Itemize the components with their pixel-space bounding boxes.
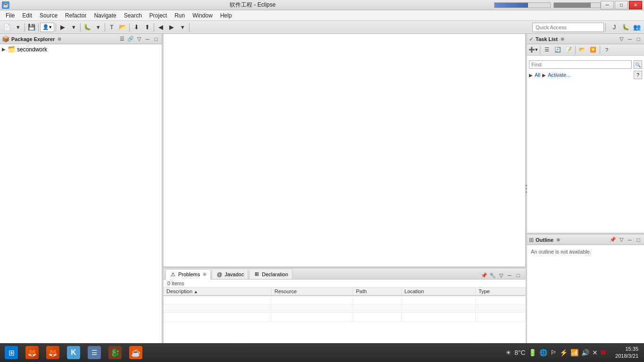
menu-navigate[interactable]: Navigate — [90, 11, 120, 20]
close-button[interactable]: ✕ — [629, 1, 642, 9]
problems-maximize-btn[interactable]: □ — [514, 272, 522, 279]
problems-filter-btn[interactable]: 🔧 — [489, 272, 496, 279]
window-controls[interactable]: ─ □ ✕ — [601, 1, 642, 9]
tb-debug-dropdown[interactable]: ▾ — [93, 22, 103, 33]
task-pri-btn[interactable]: 🔽 — [588, 45, 598, 55]
task-list-icons: ▽ ─ □ — [618, 35, 642, 43]
menu-help[interactable]: Help — [216, 11, 236, 20]
cell-path — [353, 296, 402, 304]
activate-label[interactable]: Activate... — [548, 72, 570, 78]
cell-resource — [272, 296, 353, 304]
maximize-panel-btn[interactable]: □ — [152, 35, 160, 43]
find-search-btn[interactable]: 🔍 — [634, 60, 642, 69]
taskbar-firefox-1[interactable]: 🦊 — [23, 344, 41, 361]
task-new-btn[interactable]: 📝 — [563, 45, 574, 55]
java-perspective-btn[interactable]: J — [609, 22, 619, 33]
power-icon: ⚡ — [560, 349, 568, 356]
tab-declaration[interactable]: ⊞ Declaration — [249, 269, 292, 279]
tb-open-resource-button[interactable]: 📂 — [117, 22, 128, 33]
task-question-btn[interactable]: ? — [602, 45, 612, 55]
right-sash-handle[interactable] — [525, 34, 527, 343]
editor-content[interactable] — [164, 34, 525, 266]
tb-prev-annot-button[interactable]: ⬆ — [142, 22, 152, 33]
taskbar-app5[interactable]: 🐉 — [106, 344, 124, 361]
outline-message: An outline is not available. — [531, 249, 591, 255]
taskbar: ⊞ 🦊 🦊 K ☰ 🐉 ☕ ☀ 8°C 🔋 🌐 🏳 ⚡ 📶 🔊 ✕ W — [0, 343, 644, 362]
task-filter-btn[interactable]: ☰ — [542, 45, 552, 55]
menu-source[interactable]: Source — [36, 11, 61, 20]
task-tb-sep-3 — [600, 46, 600, 54]
link-editor-btn[interactable]: 🔗 — [127, 35, 134, 43]
taskbar-kde[interactable]: K — [64, 344, 83, 361]
all-label[interactable]: All — [535, 72, 540, 78]
task-tb-sep-2 — [575, 46, 576, 54]
taskbar-firefox-2[interactable]: 🦊 — [43, 344, 62, 361]
menu-project[interactable]: Project — [146, 11, 171, 20]
team-perspective-btn[interactable]: 👥 — [632, 22, 642, 33]
tb-run-button[interactable]: ▶ — [58, 22, 68, 33]
find-input[interactable] — [529, 60, 632, 69]
task-list-close[interactable]: ⊗ — [561, 36, 564, 41]
firefox-icon-2: 🦊 — [46, 346, 59, 359]
project-item[interactable]: ▶ 🗂️ secondwork — [1, 45, 161, 53]
taskbar-app4[interactable]: ☰ — [85, 344, 104, 361]
problems-minimize-btn[interactable]: ─ — [506, 272, 513, 279]
task-tb-sep-1 — [540, 46, 540, 54]
collapse-all-btn[interactable]: ☰ — [118, 35, 126, 43]
tree-arrow-icon: ▶ — [2, 47, 6, 52]
cell-location — [401, 304, 475, 313]
tab-problems[interactable]: ⚠ Problems ⊗ — [165, 269, 211, 280]
minimize-button[interactable]: ─ — [601, 1, 614, 9]
minimize-panel-btn[interactable]: ─ — [144, 35, 151, 43]
tb-back-button[interactable]: ◀ — [156, 22, 166, 33]
outline-minimize-btn[interactable]: ─ — [626, 236, 634, 244]
outline-close[interactable]: ⊗ — [556, 237, 560, 242]
tb-run-dropdown[interactable]: ▾ — [68, 22, 79, 33]
tb-profile-combo[interactable]: 👤▾ — [40, 23, 54, 32]
outline-maximize-btn[interactable]: □ — [635, 236, 642, 244]
outline-view-menu-btn[interactable]: ▽ — [618, 236, 625, 244]
toolbar: 📄 ▾ 💾 👤▾ ▶ ▾ 🐛 ▾ T 📂 ⬇ ⬆ ◀ ▶ ▾ J 🐛 👥 — [0, 21, 644, 34]
close-notify-icon[interactable]: ✕ — [592, 349, 598, 356]
start-button[interactable]: ⊞ — [2, 344, 21, 361]
tb-forward-dropdown[interactable]: ▾ — [177, 22, 188, 33]
taskbar-eclipse[interactable]: ☕ — [126, 344, 145, 361]
tab-javadoc[interactable]: @ Javadoc — [212, 269, 248, 279]
menu-edit[interactable]: Edit — [18, 11, 36, 20]
all-arrow-icon: ▶ — [529, 73, 533, 78]
task-cat-btn[interactable]: 📂 — [577, 45, 587, 55]
menu-refactor[interactable]: Refactor — [61, 11, 90, 20]
task-minimize-btn[interactable]: ─ — [626, 35, 634, 43]
help-btn[interactable]: ? — [634, 71, 642, 79]
menu-window[interactable]: Window — [189, 11, 216, 20]
activate-arrow-icon: ▶ — [542, 73, 546, 78]
problems-view-menu-btn[interactable]: ▽ — [497, 272, 505, 279]
outline-pin-btn[interactable]: 📌 — [609, 236, 617, 244]
debug-perspective-btn[interactable]: 🐛 — [620, 22, 631, 33]
package-explorer-icons: ☰ 🔗 ▽ ─ □ — [118, 35, 160, 43]
menu-search[interactable]: Search — [120, 11, 146, 20]
tb-new-dropdown[interactable]: ▾ — [13, 22, 23, 33]
tb-new-button[interactable]: 📄 — [2, 22, 12, 33]
menu-run[interactable]: Run — [171, 11, 189, 20]
restore-button[interactable]: □ — [615, 1, 628, 9]
quick-access-input[interactable] — [532, 23, 604, 32]
task-add-btn[interactable]: ➕▾ — [528, 45, 538, 55]
task-view-menu-btn[interactable]: ▽ — [618, 35, 625, 43]
tb-open-type-button[interactable]: T — [107, 22, 117, 33]
flag-icon: 🏳 — [550, 349, 557, 356]
view-menu-btn[interactable]: ▽ — [135, 35, 143, 43]
tb-debug-button[interactable]: 🐛 — [82, 22, 92, 33]
volume-icon: 🔊 — [581, 349, 589, 356]
title-bar: ☕ 软件工程 - Eclipse ─ □ ✕ — [0, 0, 644, 10]
col-path: Path — [353, 288, 402, 296]
task-maximize-btn[interactable]: □ — [635, 35, 642, 43]
tb-next-annot-button[interactable]: ⬇ — [131, 22, 141, 33]
tb-save-button[interactable]: 💾 — [26, 22, 37, 33]
menu-file[interactable]: File — [2, 11, 18, 20]
package-explorer-close[interactable]: ⊗ — [58, 36, 61, 41]
task-sync-btn[interactable]: 🔄 — [553, 45, 563, 55]
tb-forward-button[interactable]: ▶ — [166, 22, 177, 33]
tab-problems-close[interactable]: ⊗ — [203, 272, 206, 277]
problems-pin-btn[interactable]: 📌 — [480, 272, 488, 279]
